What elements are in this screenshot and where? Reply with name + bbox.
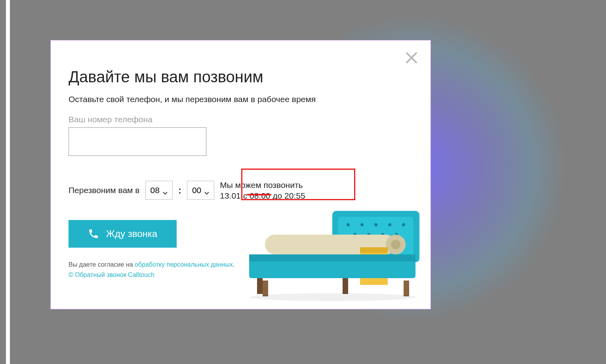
hour-value: 08: [151, 186, 160, 195]
chevron-down-icon: [163, 188, 168, 193]
cta-label: Жду звонка: [106, 228, 157, 239]
hint-line-1: Мы можем позвонить: [220, 180, 305, 190]
svg-rect-26: [404, 281, 409, 296]
close-icon: [404, 60, 419, 67]
callback-availability-hint: Мы можем позвонить 13.01 с 08:00 до 20:5…: [220, 180, 305, 201]
phone-label: Ваш номер телефона: [69, 115, 413, 124]
callback-time-row: Перезвоним вам в 08 : 00 Мы можем позвон…: [69, 180, 413, 201]
phone-icon: [88, 228, 99, 239]
chevron-down-icon: [204, 188, 209, 193]
consent-suffix: .: [233, 261, 234, 268]
page-left-strip: [6, 0, 10, 364]
consent-prefix: Вы даете согласие на: [69, 261, 135, 268]
hour-select[interactable]: 08: [145, 181, 173, 200]
phone-input[interactable]: [69, 127, 206, 156]
consent-link[interactable]: обработку персональных данных: [135, 261, 233, 268]
close-button[interactable]: [404, 50, 419, 66]
svg-rect-23: [257, 278, 263, 294]
minute-value: 00: [192, 186, 201, 195]
svg-point-27: [249, 293, 415, 301]
minute-select[interactable]: 00: [187, 181, 214, 200]
await-call-button[interactable]: Жду звонка: [69, 220, 177, 248]
time-colon: :: [178, 185, 181, 196]
hint-line-2: 13.01 с 08:00 до 20:55: [220, 190, 305, 201]
modal-title: Давайте мы вам позвоним: [69, 68, 413, 86]
callback-modal: Давайте мы вам позвоним Оставьте свой те…: [50, 40, 431, 309]
callback-label: Перезвоним вам в: [69, 186, 140, 195]
credit-link[interactable]: © Обратный звонок Calltouch: [69, 271, 154, 278]
svg-rect-24: [343, 278, 348, 294]
modal-content: Давайте мы вам позвоним Оставьте свой те…: [69, 68, 413, 280]
svg-rect-25: [263, 281, 268, 296]
consent-block: Вы даете согласие на обработку персональ…: [69, 260, 413, 280]
modal-subtitle: Оставьте свой телефон, и мы перезвоним в…: [69, 93, 322, 106]
